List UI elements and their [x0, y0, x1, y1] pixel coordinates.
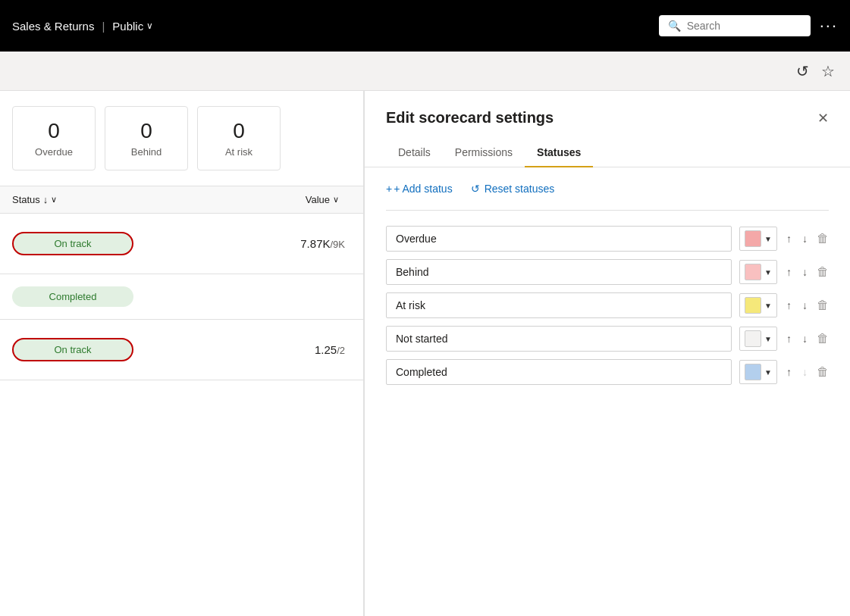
move-down-button-completed[interactable]: ↓	[801, 366, 809, 378]
color-picker-completed[interactable]: ▼	[739, 360, 777, 384]
metric-cards: 0 Overdue 0 Behind 0 At risk	[0, 91, 363, 186]
move-down-button-notstarted[interactable]: ↓	[801, 333, 809, 345]
status-badge-ontrack-2: On track	[12, 338, 133, 361]
delete-button-behind[interactable]: 🗑	[817, 265, 829, 279]
overdue-number: 0	[31, 119, 77, 143]
metric-card-behind: 0 Behind	[105, 106, 188, 170]
behind-number: 0	[124, 119, 169, 143]
status-item-overdue: ▼ ↑ ↓ 🗑	[386, 226, 829, 252]
status-item-completed: ▼ ↑ ↓ 🗑	[386, 359, 829, 385]
table-row: On track 7.87K/9K	[0, 214, 363, 274]
visibility-selector[interactable]: Public ∨	[112, 20, 153, 33]
row-value-3: 1.25/2	[315, 343, 351, 356]
panel-tabs: Details Permissions Statuses	[365, 139, 850, 167]
add-status-label: + Add status	[394, 183, 452, 195]
refresh-button[interactable]: ↺	[796, 62, 809, 80]
add-icon: +	[386, 183, 392, 195]
move-down-button-overdue[interactable]: ↓	[801, 233, 809, 245]
search-input[interactable]	[687, 20, 801, 32]
status-column-header[interactable]: Status ↓ ∨	[12, 194, 254, 205]
color-swatch-behind	[745, 264, 761, 280]
status-list: ▼ ↑ ↓ 🗑 ▼ ↑ ↓ 🗑	[386, 226, 829, 385]
status-input-overdue[interactable]	[386, 226, 732, 252]
panel-title: Edit scorecard settings	[386, 109, 554, 127]
topbar-right: 🔍 ···	[659, 15, 838, 36]
left-panel: 0 Overdue 0 Behind 0 At risk Status ↓ ∨ …	[0, 91, 364, 616]
app-title: Sales & Returns	[12, 20, 94, 33]
status-item-atrisk: ▼ ↑ ↓ 🗑	[386, 292, 829, 318]
favorite-button[interactable]: ☆	[821, 62, 835, 80]
status-badge-completed: Completed	[12, 286, 133, 307]
search-box[interactable]: 🔍	[659, 15, 811, 36]
status-item-behind: ▼ ↑ ↓ 🗑	[386, 259, 829, 285]
status-header-label: Status	[12, 194, 40, 205]
more-menu-button[interactable]: ···	[820, 16, 838, 36]
chevron-down-icon: ∨	[146, 20, 153, 31]
delete-button-completed[interactable]: 🗑	[817, 365, 829, 379]
topbar: Sales & Returns | Public ∨ 🔍 ···	[0, 0, 850, 52]
status-input-atrisk[interactable]	[386, 292, 732, 318]
color-picker-behind[interactable]: ▼	[739, 260, 777, 284]
toolbar-row: ↺ ☆	[0, 52, 850, 91]
color-swatch-atrisk	[745, 297, 761, 314]
delete-button-atrisk[interactable]: 🗑	[817, 299, 829, 312]
status-input-completed[interactable]	[386, 359, 732, 385]
move-up-button-behind[interactable]: ↑	[785, 266, 793, 278]
status-badge-ontrack-1: On track	[12, 232, 133, 255]
reset-statuses-label: Reset statuses	[485, 183, 555, 195]
move-up-button-notstarted[interactable]: ↑	[785, 333, 793, 345]
atrisk-number: 0	[216, 119, 262, 143]
color-picker-atrisk[interactable]: ▼	[739, 293, 777, 317]
move-down-button-atrisk[interactable]: ↓	[801, 299, 809, 311]
color-arrow-icon: ▼	[764, 335, 772, 343]
tab-statuses[interactable]: Statuses	[525, 139, 593, 167]
status-input-notstarted[interactable]	[386, 326, 732, 352]
move-up-button-atrisk[interactable]: ↑	[785, 299, 793, 311]
metric-card-atrisk: 0 At risk	[197, 106, 281, 170]
delete-button-overdue[interactable]: 🗑	[817, 232, 829, 245]
topbar-left: Sales & Returns | Public ∨	[12, 20, 153, 33]
color-swatch-completed	[745, 364, 761, 380]
color-picker-notstarted[interactable]: ▼	[739, 327, 777, 351]
color-arrow-icon: ▼	[764, 368, 772, 377]
color-swatch-notstarted	[745, 330, 761, 347]
value-chevron-icon: ∨	[333, 195, 339, 205]
close-button[interactable]: ✕	[817, 110, 829, 127]
panel-header: Edit scorecard settings ✕	[365, 91, 850, 139]
delete-button-notstarted[interactable]: 🗑	[817, 332, 829, 346]
move-down-button-behind[interactable]: ↓	[801, 266, 809, 278]
right-panel: Edit scorecard settings ✕ Details Permis…	[364, 91, 850, 616]
reset-icon: ↺	[471, 183, 480, 195]
chevron-down-icon: ∨	[51, 195, 57, 205]
value-column-header[interactable]: Value ∨	[260, 194, 351, 205]
color-swatch-overdue	[745, 230, 761, 247]
behind-label: Behind	[124, 146, 169, 158]
move-up-button-overdue[interactable]: ↑	[785, 233, 793, 245]
action-bar: + + Add status ↺ Reset statuses	[386, 183, 829, 195]
status-item-notstarted: ▼ ↑ ↓ 🗑	[386, 326, 829, 352]
tab-details[interactable]: Details	[386, 139, 443, 167]
color-picker-overdue[interactable]: ▼	[739, 227, 777, 251]
search-icon: 🔍	[668, 20, 681, 32]
reset-statuses-button[interactable]: ↺ Reset statuses	[471, 183, 555, 195]
panel-body: + + Add status ↺ Reset statuses ▼	[365, 167, 850, 400]
table-row: On track 1.25/2	[0, 320, 363, 380]
main-content: 0 Overdue 0 Behind 0 At risk Status ↓ ∨ …	[0, 91, 850, 616]
status-input-behind[interactable]	[386, 259, 732, 285]
move-up-button-completed[interactable]: ↑	[785, 366, 793, 378]
color-arrow-icon: ▼	[764, 235, 772, 243]
atrisk-label: At risk	[216, 146, 262, 158]
add-status-button[interactable]: + + Add status	[386, 183, 453, 195]
sort-down-icon: ↓	[43, 194, 49, 205]
value-header-label: Value	[306, 194, 330, 205]
tab-permissions[interactable]: Permissions	[443, 139, 525, 167]
color-arrow-icon: ▼	[764, 268, 772, 277]
visibility-label: Public	[112, 20, 143, 33]
table-row: Completed	[0, 274, 363, 320]
overdue-label: Overdue	[31, 146, 77, 158]
color-arrow-icon: ▼	[764, 302, 772, 310]
metric-card-overdue: 0 Overdue	[12, 106, 96, 170]
topbar-divider: |	[102, 20, 105, 33]
table-header: Status ↓ ∨ Value ∨	[0, 186, 363, 214]
row-value-1: 7.87K/9K	[300, 237, 351, 250]
